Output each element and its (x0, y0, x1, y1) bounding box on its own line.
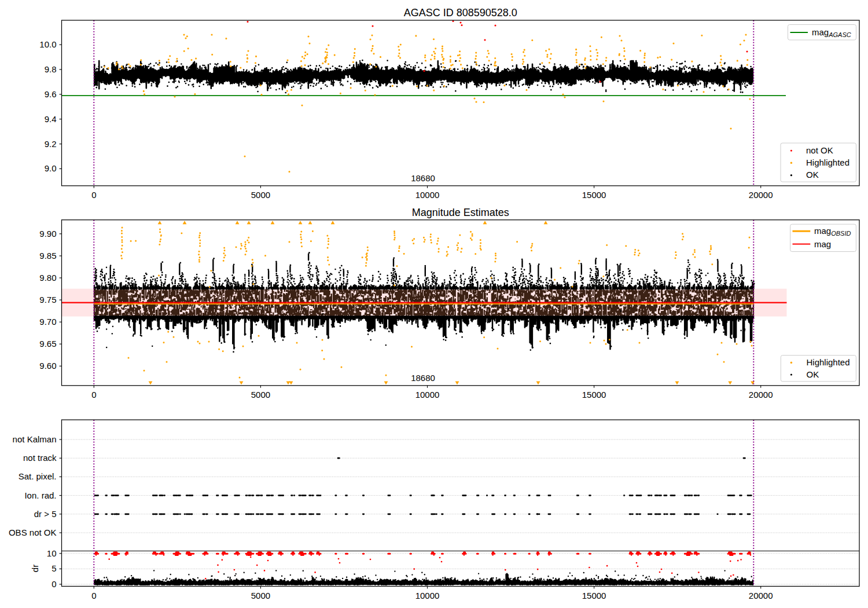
svg-text:0: 0 (91, 390, 96, 400)
svg-text:10000: 10000 (415, 390, 440, 400)
svg-text:15000: 15000 (582, 190, 606, 200)
svg-text:9.90: 9.90 (39, 229, 56, 239)
svg-text:AGASC ID 808590528.0: AGASC ID 808590528.0 (404, 7, 517, 19)
svg-text:15000: 15000 (582, 591, 606, 600)
svg-text:OK: OK (807, 369, 819, 379)
svg-text:9.4: 9.4 (45, 114, 57, 124)
svg-text:dr > 5: dr > 5 (34, 509, 57, 519)
svg-text:9.65: 9.65 (39, 339, 56, 349)
svg-text:5: 5 (52, 563, 56, 573)
svg-text:9.60: 9.60 (39, 361, 56, 371)
svg-text:18680: 18680 (411, 373, 435, 383)
svg-text:20000: 20000 (749, 190, 773, 200)
svg-text:OBS not OK: OBS not OK (9, 528, 57, 537)
svg-text:10000: 10000 (415, 190, 440, 200)
svg-text:Highlighted: Highlighted (806, 158, 849, 167)
svg-text:Magnitude Estimates: Magnitude Estimates (412, 207, 509, 218)
svg-text:dr: dr (30, 565, 40, 572)
svg-text:9.70: 9.70 (39, 317, 56, 327)
svg-text:5000: 5000 (251, 390, 270, 400)
svg-text:5000: 5000 (251, 190, 270, 200)
svg-text:15000: 15000 (582, 390, 606, 400)
svg-text:not track: not track (23, 453, 57, 463)
svg-text:9.2: 9.2 (45, 139, 57, 149)
svg-text:mag: mag (814, 239, 831, 249)
svg-text:10.0: 10.0 (39, 39, 56, 49)
svg-text:0: 0 (52, 579, 56, 589)
svg-text:0: 0 (91, 190, 96, 200)
svg-text:9.8: 9.8 (45, 64, 57, 74)
svg-text:20000: 20000 (749, 591, 773, 600)
svg-text:9.0: 9.0 (45, 163, 57, 173)
svg-text:20000: 20000 (749, 390, 773, 400)
svg-text:0: 0 (91, 591, 96, 600)
svg-text:10000: 10000 (415, 591, 440, 600)
svg-text:not Kalman: not Kalman (13, 434, 57, 444)
svg-text:9.80: 9.80 (39, 273, 56, 283)
svg-text:9.6: 9.6 (45, 89, 57, 99)
svg-text:OK: OK (806, 170, 819, 180)
svg-text:not OK: not OK (806, 145, 833, 155)
svg-text:18680: 18680 (411, 173, 435, 183)
svg-text:10: 10 (47, 548, 57, 558)
svg-text:9.85: 9.85 (39, 251, 56, 261)
svg-text:Sat. pixel.: Sat. pixel. (19, 471, 57, 481)
svg-text:Ion. rad.: Ion. rad. (24, 490, 56, 500)
svg-text:Highlighted: Highlighted (807, 357, 850, 367)
svg-text:5000: 5000 (251, 591, 270, 600)
svg-text:9.75: 9.75 (39, 295, 56, 305)
